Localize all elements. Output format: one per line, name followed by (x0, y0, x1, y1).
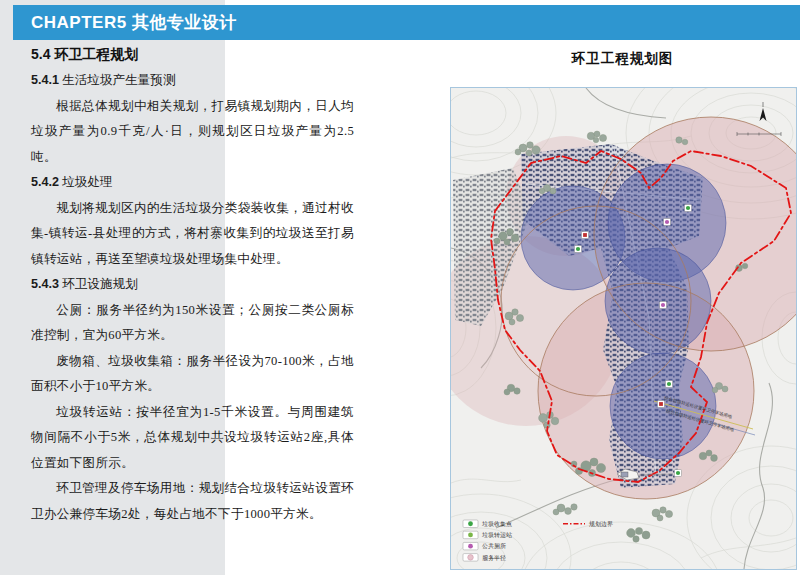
public-toilet-marker (664, 219, 671, 226)
section-number: 5.4 (31, 46, 50, 62)
text-column: 5.4 环卫工程规划 5.4.1 生活垃圾产生量预测 根据总体规划中相关规划，打… (31, 46, 354, 527)
legend-item-public-toilet: 公共厕所 (463, 542, 506, 550)
garbage-collection-marker (666, 381, 673, 388)
svg-text:垃圾收集点: 垃圾收集点 (481, 520, 512, 527)
transfer-station-icon (468, 533, 473, 538)
paragraph: 环卫管理及停车场用地：规划结合垃圾转运站设置环卫办公兼停车场2处，每处占地不下于… (31, 476, 354, 527)
paragraph: 垃圾转运站：按半径宜为1-5千米设置。与周围建筑物间隔不小于5米，总体规划中共设… (31, 400, 354, 477)
paragraph: 根据总体规划中相关规划，打易镇规划期内，日人均垃圾产量为0.9千克/人·日，则规… (31, 94, 354, 171)
svg-text:公共厕所: 公共厕所 (482, 542, 506, 549)
legend-item-transfer-station: 垃圾转运站 (463, 531, 512, 539)
svg-text:服务半径: 服务半径 (482, 555, 506, 561)
garbage-collection-marker (675, 470, 682, 477)
public-toilet-icon (468, 544, 473, 549)
section-title: 环卫工程规划 (54, 46, 138, 62)
transfer-station-marker (582, 232, 589, 239)
document-page: CHAPTER5 其他专业设计 5.4 环卫工程规划 5.4.1 生活垃圾产生量… (0, 0, 800, 575)
garbage-collection-marker (575, 246, 582, 253)
svg-text:垃圾转运站: 垃圾转运站 (481, 532, 512, 539)
map-canvas: 结合垃圾转运站设置环卫停车场用地 结合垃圾转运站设置环卫停车场用地 (451, 88, 796, 569)
section-heading: 5.4 环卫工程规划 (31, 46, 354, 64)
service-radius-icon (468, 555, 474, 561)
subsection-heading: 5.4.3 环卫设施规划 (31, 272, 354, 298)
public-toilet-marker (660, 302, 667, 309)
transfer-station-marker (658, 401, 665, 408)
sanitation-planning-map: 结合垃圾转运站设置环卫停车场用地 结合垃圾转运站设置环卫停车场用地 (450, 87, 797, 570)
paragraph: 规划将规划区内的生活垃圾分类袋装收集，通过村收集-镇转运-县处理的方式，将村寨收… (31, 196, 354, 273)
legend-item-service-radius: 服务半径 (463, 554, 506, 562)
collection-point-icon (468, 521, 473, 526)
chapter-header-bar: CHAPTER5 其他专业设计 (13, 5, 800, 40)
svg-text:规划边界: 规划边界 (589, 520, 613, 528)
paragraph: 废物箱、垃圾收集箱：服务半径设为70-100米，占地面积不小于10平方米。 (31, 349, 354, 400)
map-title: 环卫工程规划图 (450, 50, 795, 68)
chapter-title: CHAPTER5 其他专业设计 (13, 11, 237, 34)
paragraph: 公厕：服务半径约为150米设置；公厕按二类公厕标准控制，宜为60平方米。 (31, 298, 354, 349)
legend-item-collection-point: 垃圾收集点 (463, 520, 512, 528)
subsection-heading: 5.4.2 垃圾处理 (31, 170, 354, 196)
garbage-collection-marker (685, 205, 692, 212)
subsection-heading: 5.4.1 生活垃圾产生量预测 (31, 68, 354, 94)
